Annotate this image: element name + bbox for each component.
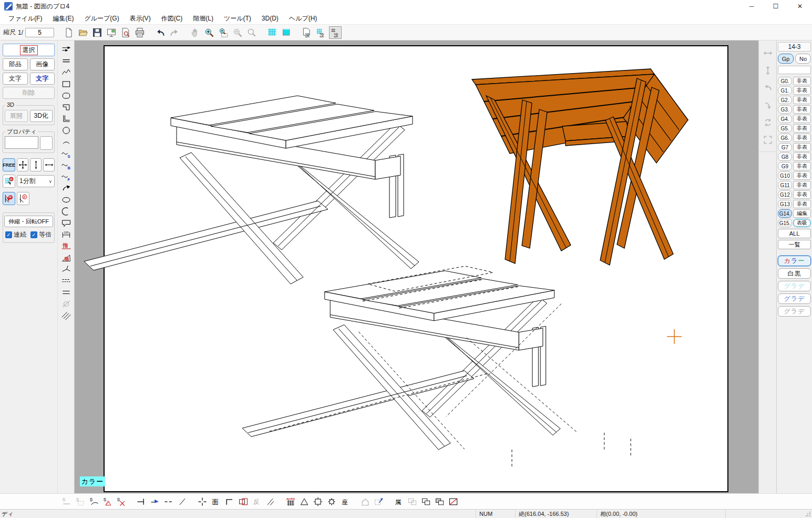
layer-name-button[interactable]: G14. <box>778 209 792 218</box>
property-field[interactable] <box>5 136 38 149</box>
refresh-icon[interactable] <box>762 116 774 129</box>
to-3d-button[interactable]: 3D化 <box>30 110 53 122</box>
continuous-checkbox[interactable]: ✓ 連続 <box>5 230 26 239</box>
snap-point-select-button[interactable]: P <box>3 192 15 205</box>
page-search-icon[interactable] <box>119 26 132 39</box>
save-icon[interactable] <box>91 26 104 39</box>
menu-group[interactable]: グループ(G) <box>79 13 124 24</box>
menu-edit[interactable]: 編集(E) <box>47 13 79 24</box>
double-line2-icon[interactable] <box>59 287 73 298</box>
rectangle-icon[interactable] <box>59 78 73 90</box>
part-button[interactable]: 部品 <box>3 58 28 70</box>
stretch-rotate-off-button[interactable]: 伸縮・回転OFF <box>4 216 53 227</box>
layer-name-button[interactable]: G9 <box>778 162 792 170</box>
zoom-fit-icon[interactable] <box>245 26 258 39</box>
layer-state-button[interactable]: 非表 <box>793 143 811 151</box>
free-move-button[interactable]: FREE <box>3 158 15 171</box>
menu-help[interactable]: ヘルプ(H) <box>284 13 323 24</box>
layer-list-button[interactable]: 一覧 <box>778 240 811 249</box>
box-red-icon[interactable] <box>237 495 250 508</box>
ellipse-icon[interactable] <box>59 194 73 206</box>
layer-state-button[interactable]: 非表 <box>793 181 811 189</box>
text-button[interactable]: 文字 <box>3 73 28 85</box>
all-layers-button[interactable]: ALL <box>778 229 811 238</box>
grid-icon[interactable] <box>266 26 279 39</box>
undo-gray-icon[interactable] <box>762 82 774 94</box>
boxes-gray-icon[interactable] <box>406 495 419 508</box>
face-icon[interactable]: 面 <box>210 495 222 508</box>
box-arrows-icon[interactable] <box>312 495 324 508</box>
boxes-overlap-icon[interactable] <box>420 495 433 508</box>
grid-settings-icon[interactable]: 設 <box>315 26 327 39</box>
box-diagonal-icon[interactable] <box>447 495 460 508</box>
layer-state-button[interactable]: 非表 <box>793 77 811 85</box>
split-count-dropdown[interactable]: 1分割 ∨ <box>17 175 55 187</box>
move-vertical-button[interactable] <box>30 158 42 171</box>
layer-state-button[interactable]: 非表 <box>793 105 811 114</box>
layer-name-button[interactable]: G3. <box>778 105 792 114</box>
s-cross-icon[interactable]: S <box>115 495 128 508</box>
layer-name-button[interactable]: G13 <box>778 200 792 208</box>
triangle-icon[interactable] <box>298 495 311 508</box>
image-button[interactable]: 画像 <box>30 58 55 70</box>
close-button[interactable]: ✕ <box>788 0 812 13</box>
layer-name-button[interactable]: G7 <box>778 143 792 151</box>
zoom-in-icon[interactable] <box>203 26 215 39</box>
attr-icon[interactable]: 属 <box>393 495 405 508</box>
layer-name-button[interactable]: G11 <box>778 181 792 189</box>
s-triangle-icon[interactable]: S <box>101 495 114 508</box>
snap-point-line-button[interactable]: P <box>17 192 29 205</box>
zoom-out-icon[interactable] <box>231 26 244 39</box>
text-edit-button[interactable]: 文字 <box>30 73 55 85</box>
scale-input[interactable] <box>25 28 54 37</box>
drawing-canvas[interactable]: カラー <box>75 40 758 493</box>
monochrome-button[interactable]: 白黒 <box>778 268 811 279</box>
s-line-icon[interactable]: S <box>60 495 73 508</box>
layer-state-button[interactable]: 非表 <box>793 134 811 142</box>
layer-name-field[interactable] <box>778 66 811 74</box>
layer-name-button[interactable]: G5. <box>778 124 792 133</box>
menu-3d[interactable]: 3D(D) <box>256 14 284 23</box>
dimension-icon[interactable]: 100 <box>59 229 73 240</box>
layer-state-button[interactable]: 編集 <box>793 209 811 218</box>
corner-icon[interactable] <box>223 495 236 508</box>
layer-name-button[interactable]: G12 <box>778 190 792 199</box>
za-icon[interactable]: 座 <box>339 495 352 508</box>
line-arrow-icon[interactable] <box>59 44 73 55</box>
move-horizontal-button[interactable] <box>43 158 55 171</box>
menu-layer[interactable]: 階層(L) <box>188 13 219 24</box>
color-square-icon[interactable] <box>280 26 293 39</box>
expand-icon[interactable] <box>762 134 774 146</box>
color-mode-button[interactable]: カラー <box>778 256 811 266</box>
balloon-icon[interactable] <box>59 217 73 229</box>
layer-name-button[interactable]: G6. <box>778 134 792 142</box>
angle-finger-icon[interactable]: 指 <box>59 252 73 263</box>
redo-icon[interactable] <box>168 26 181 39</box>
delete-button[interactable]: 削除 <box>3 87 55 99</box>
layer-state-button[interactable]: 非表 <box>793 124 811 133</box>
layer-state-button[interactable]: 表吸 <box>793 219 811 227</box>
layer-name-button[interactable]: G8 <box>778 153 792 161</box>
corner-line-icon[interactable] <box>59 113 73 125</box>
menu-tools[interactable]: ツール(T) <box>219 13 256 24</box>
notch-shape-icon[interactable] <box>59 101 73 113</box>
dim-finger-icon[interactable]: 指 <box>59 240 73 252</box>
snap-grid-button[interactable]: P <box>3 175 15 188</box>
dashed-lines-icon[interactable] <box>59 275 73 287</box>
line-end-icon[interactable] <box>135 495 148 508</box>
menu-view[interactable]: 表示(V) <box>125 13 156 24</box>
pan-icon[interactable] <box>189 26 201 39</box>
rounded-rect-icon[interactable] <box>59 90 73 101</box>
box-blue-arrow-icon[interactable] <box>373 495 385 508</box>
layer-name-button[interactable]: G1. <box>778 86 792 95</box>
s-box-icon[interactable]: S <box>74 495 87 508</box>
arc-arrow-icon[interactable] <box>59 182 73 194</box>
v-arrows-icon[interactable] <box>762 64 774 77</box>
double-line-icon[interactable] <box>59 55 73 67</box>
layer-state-button[interactable]: 非表 <box>793 171 811 180</box>
minimize-button[interactable]: ─ <box>739 0 764 13</box>
layer-name-button[interactable]: G2. <box>778 96 792 104</box>
circle-icon[interactable] <box>59 125 73 136</box>
polyline-icon[interactable] <box>59 67 73 78</box>
new-file-icon[interactable] <box>63 26 75 39</box>
